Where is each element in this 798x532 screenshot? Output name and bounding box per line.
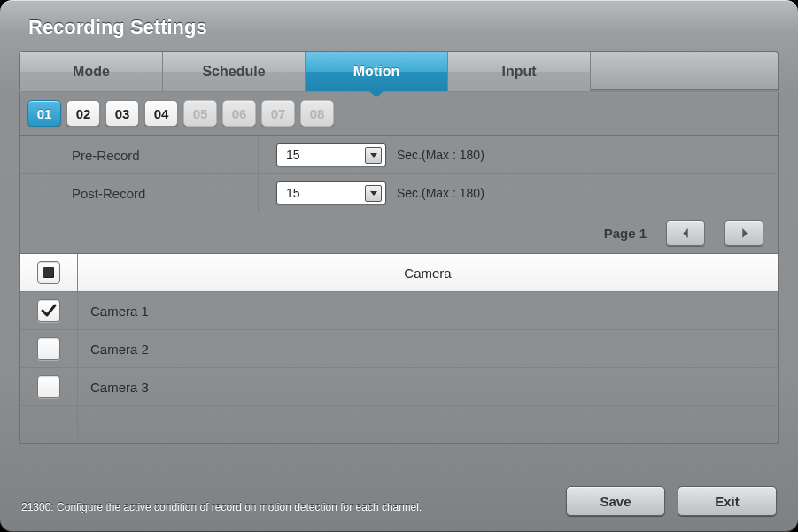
chevron-right-icon [740, 228, 749, 238]
tab-bar: ModeScheduleMotionInput [19, 51, 779, 91]
check-icon [40, 302, 58, 320]
post-record-row: Post-Record 15 Sec.(Max : 180) [20, 174, 778, 212]
channel-chip-03[interactable]: 03 [105, 100, 139, 127]
channel-chip-01[interactable]: 01 [27, 100, 61, 127]
page-title: Recording Settings [0, 0, 798, 51]
camera-name: Camera 1 [78, 304, 778, 319]
save-button[interactable]: Save [566, 486, 665, 516]
camera-name: Camera 3 [78, 380, 778, 395]
camera-header-label: Camera [78, 266, 778, 281]
post-record-value: 15 [286, 186, 300, 200]
channel-chip-05: 05 [183, 100, 217, 127]
tab-input[interactable]: Input [448, 52, 591, 91]
tab-schedule[interactable]: Schedule [163, 52, 306, 91]
channel-chip-02[interactable]: 02 [66, 100, 100, 127]
post-record-hint: Sec.(Max : 180) [397, 186, 484, 200]
pre-record-label: Pre-Record [20, 136, 259, 173]
pre-record-hint: Sec.(Max : 180) [397, 148, 484, 162]
channel-chip-04[interactable]: 04 [144, 100, 178, 127]
channel-chip-07: 07 [261, 100, 295, 127]
camera-checkbox[interactable] [37, 299, 60, 322]
camera-table-header: Camera [20, 254, 778, 292]
channel-chip-08: 08 [300, 100, 334, 127]
camera-name: Camera 2 [78, 342, 778, 357]
camera-table: CameraCamera 1Camera 2Camera 3 [19, 253, 779, 444]
tab-mode[interactable]: Mode [20, 52, 163, 91]
pre-record-select[interactable]: 15 [276, 143, 386, 166]
chevron-left-icon [681, 228, 691, 238]
pager-bar: Page 1 [19, 212, 779, 253]
page-next-button[interactable] [724, 220, 763, 246]
channel-chip-06: 06 [222, 100, 256, 127]
status-text: 21300: Configure the active condition of… [21, 501, 422, 514]
camera-row-empty [20, 406, 778, 443]
button-row: Save Exit [566, 486, 777, 516]
camera-row: Camera 1 [20, 292, 778, 330]
camera-select-all-checkbox[interactable] [37, 261, 60, 284]
channel-row: 0102030405060708 [19, 91, 779, 135]
camera-checkbox[interactable] [37, 375, 60, 398]
post-record-label: Post-Record [20, 174, 259, 212]
recording-settings-window: Recording Settings ModeScheduleMotionInp… [0, 0, 798, 532]
chevron-down-icon [365, 147, 382, 164]
chevron-down-icon [365, 185, 382, 202]
camera-row: Camera 2 [20, 330, 778, 368]
camera-checkbox[interactable] [37, 337, 60, 360]
page-indicator: Page 1 [604, 226, 647, 241]
post-record-select[interactable]: 15 [276, 181, 386, 204]
camera-row: Camera 3 [20, 368, 778, 406]
tab-motion[interactable]: Motion [306, 52, 448, 91]
exit-button[interactable]: Exit [678, 486, 777, 516]
page-prev-button[interactable] [666, 220, 705, 246]
record-settings-box: Pre-Record 15 Sec.(Max : 180) Post-Recor… [19, 135, 779, 212]
pre-record-value: 15 [286, 148, 300, 162]
pre-record-row: Pre-Record 15 Sec.(Max : 180) [20, 136, 778, 174]
